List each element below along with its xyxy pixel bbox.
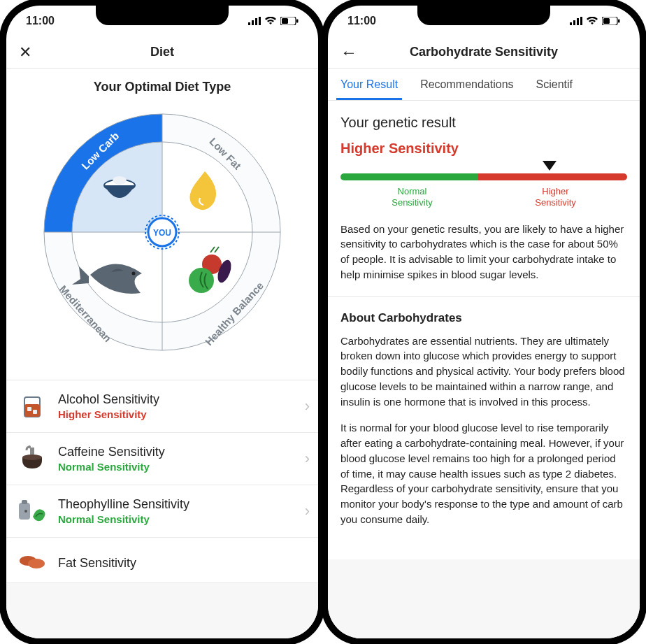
tab-recommendations[interactable]: Recommendations — [420, 78, 513, 91]
detail-content-wrap: Your genetic result Higher Sensitivity N… — [328, 101, 640, 638]
status-time: 11:00 — [26, 15, 55, 27]
battery-icon — [602, 17, 620, 25]
svg-rect-5 — [282, 18, 288, 24]
chevron-right-icon: › — [305, 502, 310, 520]
theophylline-icon — [16, 495, 48, 527]
notch — [417, 6, 550, 25]
svg-rect-34 — [580, 17, 582, 25]
pointer-icon — [543, 161, 557, 171]
svg-rect-3 — [259, 17, 261, 25]
list-row-fat[interactable]: Fat Sensitivity — [6, 538, 318, 583]
tab-scientific[interactable]: Scientif — [536, 78, 573, 91]
svg-point-15 — [189, 268, 214, 293]
list-row-alcohol[interactable]: Alcohol Sensitivity Higher Sensitivity › — [6, 380, 318, 433]
bar-label-normal: Normal Sensitivity — [340, 186, 484, 209]
list-title: Alcohol Sensitivity — [58, 392, 295, 407]
svg-point-16 — [132, 272, 136, 276]
bar-segment-normal — [340, 173, 478, 180]
battery-icon — [280, 17, 299, 25]
sensitivity-list: Alcohol Sensitivity Higher Sensitivity ›… — [6, 380, 318, 583]
list-text: Fat Sensitivity — [58, 556, 310, 572]
nav-bar-diet: ✕ Diet — [6, 36, 318, 69]
svg-rect-21 — [27, 407, 31, 411]
list-title: Caffeine Sensitivity — [58, 445, 295, 459]
you-marker-text: YOU — [153, 228, 171, 238]
diet-type-chart[interactable]: YOU Low Carb Low Fat Healthy Balance Med… — [30, 100, 294, 364]
signal-icon — [570, 17, 582, 25]
list-text: Theophylline Sensitivity Normal Sensitiv… — [58, 497, 295, 525]
tab-your-result[interactable]: Your Result — [340, 78, 398, 91]
svg-point-23 — [22, 455, 42, 460]
list-title: Theophylline Sensitivity — [58, 497, 295, 512]
caffeine-icon — [16, 443, 48, 475]
about-title: About Carbohydrates — [340, 311, 627, 325]
svg-rect-6 — [296, 20, 299, 23]
svg-rect-27 — [22, 500, 27, 504]
about-section: About Carbohydrates Carbohydrates are es… — [328, 297, 640, 559]
list-sub: Normal Sensitivity — [58, 461, 295, 473]
list-sub: Normal Sensitivity — [58, 513, 295, 525]
list-title: Fat Sensitivity — [58, 556, 310, 571]
nav-bar-detail: ← Carbohydrate Sensitivity — [328, 36, 640, 69]
page-title: Diet — [150, 45, 174, 59]
svg-rect-32 — [573, 20, 575, 25]
list-sub: Higher Sensitivity — [58, 408, 295, 420]
status-time: 11:00 — [347, 15, 376, 27]
back-icon[interactable]: ← — [340, 44, 357, 61]
hero-title: Your Optimal Diet Type — [15, 80, 310, 94]
svg-rect-33 — [577, 18, 579, 25]
sensitivity-bar-track — [340, 173, 627, 180]
svg-rect-22 — [33, 410, 37, 414]
svg-rect-0 — [248, 22, 250, 25]
svg-point-28 — [24, 510, 27, 513]
phone-carb-detail: 11:00 ← Carbohydrate Sensitivity Your Re… — [328, 6, 640, 638]
about-paragraph-1: Carbohydrates are essential nutrients. T… — [340, 334, 627, 410]
svg-rect-1 — [252, 20, 254, 25]
result-section: Your genetic result Higher Sensitivity N… — [328, 101, 640, 297]
chevron-right-icon: › — [305, 450, 310, 468]
close-icon[interactable]: ✕ — [19, 45, 31, 60]
diet-content: Your Optimal Diet Type — [6, 69, 318, 638]
alcohol-icon — [16, 390, 48, 422]
page-title: Carbohydrate Sensitivity — [410, 45, 558, 59]
status-icons — [570, 17, 620, 25]
tabs-bar: Your Result Recommendations Scientif — [328, 69, 640, 101]
svg-rect-2 — [255, 18, 257, 25]
svg-rect-31 — [570, 22, 572, 25]
svg-rect-36 — [603, 18, 610, 24]
svg-rect-24 — [30, 448, 34, 455]
svg-point-12 — [113, 176, 127, 185]
bar-labels: Normal Sensitivity Higher Sensitivity — [340, 186, 627, 209]
bar-segment-higher — [478, 173, 627, 180]
list-row-theophylline[interactable]: Theophylline Sensitivity Normal Sensitiv… — [6, 485, 318, 538]
signal-icon — [248, 17, 261, 25]
section-title: Your genetic result — [340, 115, 627, 131]
wifi-icon — [264, 17, 277, 25]
phone-diet-overview: 11:00 ✕ Diet Your Optimal Diet Type — [6, 6, 318, 638]
sensitivity-bar: Normal Sensitivity Higher Sensitivity — [340, 173, 627, 209]
list-text: Alcohol Sensitivity Higher Sensitivity — [58, 392, 295, 420]
diet-hero: Your Optimal Diet Type — [6, 69, 318, 380]
fat-icon — [16, 548, 48, 580]
result-value: Higher Sensitivity — [340, 141, 627, 157]
list-text: Caffeine Sensitivity Normal Sensitivity — [58, 445, 295, 473]
svg-point-25 — [28, 445, 31, 448]
wifi-icon — [586, 17, 598, 25]
chevron-right-icon: › — [305, 397, 310, 415]
about-paragraph-2: It is normal for your blood glucose leve… — [340, 420, 627, 527]
svg-rect-37 — [618, 20, 620, 23]
svg-point-30 — [28, 559, 45, 568]
list-row-caffeine[interactable]: Caffeine Sensitivity Normal Sensitivity … — [6, 433, 318, 485]
svg-rect-20 — [24, 404, 40, 417]
notch — [96, 6, 229, 25]
bar-label-higher: Higher Sensitivity — [484, 186, 627, 209]
result-summary: Based on your genetic results, you are l… — [340, 222, 627, 282]
status-icons — [248, 17, 299, 25]
